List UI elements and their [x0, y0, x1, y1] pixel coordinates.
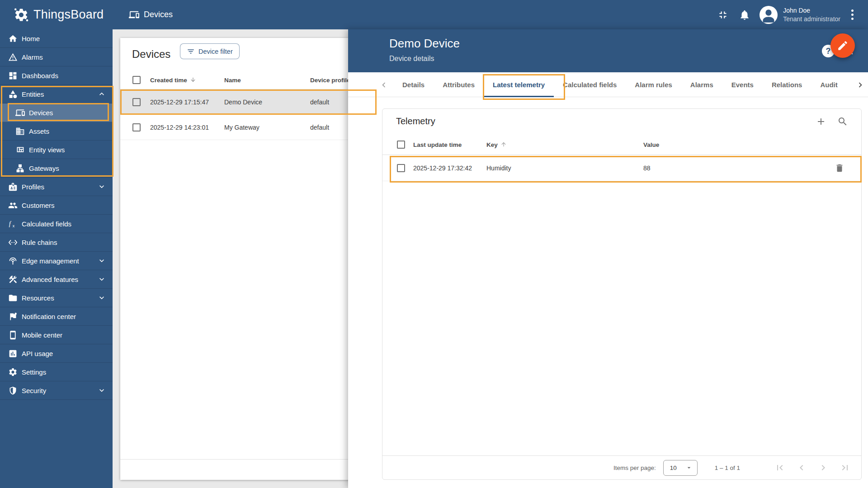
tabs-scroll-left-icon[interactable] — [379, 80, 389, 90]
chevron-down-icon — [97, 293, 106, 302]
tab-alarm-rules[interactable]: Alarm rules — [626, 72, 681, 97]
sidebar-item-calculated-fields[interactable]: fx Calculated fields — [0, 215, 113, 233]
sidebar-item-settings[interactable]: Settings — [0, 363, 113, 381]
device-row-demo-device[interactable]: 2025-12-29 17:15:47 Demo Device default — [120, 89, 382, 115]
devices-table-card: Devices Device filter Created time Name … — [120, 38, 382, 480]
antenna-icon — [8, 256, 18, 266]
tools-icon — [8, 275, 18, 284]
tabs-scroll-right-icon[interactable] — [855, 80, 865, 90]
items-per-page-label: Items per page: — [613, 465, 656, 471]
sidebar-item-edge-management[interactable]: Edge management — [0, 252, 113, 270]
sort-desc-icon — [190, 76, 196, 83]
prev-page-icon[interactable] — [796, 462, 807, 473]
sidebar-item-entity-views[interactable]: Entity views — [0, 141, 113, 159]
sidebar-item-assets[interactable]: Assets — [0, 122, 113, 141]
topbar-actions: John Doe Tenant administrator — [717, 0, 868, 29]
folder-icon — [8, 293, 18, 303]
svg-text:x: x — [13, 223, 15, 228]
people-icon — [8, 201, 18, 210]
brand-name: ThingsBoard — [33, 8, 104, 22]
first-page-icon[interactable] — [774, 462, 785, 473]
sidebar-item-api-usage[interactable]: API usage — [0, 344, 113, 363]
row-checkbox[interactable] — [132, 98, 141, 106]
user-name: John Doe — [783, 6, 840, 15]
warning-icon — [8, 52, 18, 62]
dashboard-icon — [8, 71, 18, 80]
sidebar-item-notification-center[interactable]: Notification center — [0, 307, 113, 326]
column-key[interactable]: Key — [486, 141, 507, 148]
column-device-profile[interactable]: Device profile — [310, 76, 350, 83]
devices-table-header: Created time Name Device profile — [120, 70, 382, 89]
devices-card-footer-divider — [120, 459, 382, 460]
page-title-label: Devices — [144, 10, 173, 19]
chevron-down-icon — [97, 256, 106, 265]
column-name[interactable]: Name — [224, 76, 241, 83]
tab-audit[interactable]: Audit — [811, 72, 846, 97]
sidebar-item-advanced-features[interactable]: Advanced features — [0, 270, 113, 289]
tab-latest-telemetry[interactable]: Latest telemetry — [484, 72, 554, 97]
sidebar-item-entities[interactable]: Entities — [0, 85, 113, 103]
page-range-label: 1 – 1 of 1 — [715, 465, 740, 471]
tab-events[interactable]: Events — [722, 72, 763, 97]
more-menu-icon[interactable] — [851, 9, 854, 20]
shield-icon — [8, 386, 18, 395]
bar-chart-icon — [8, 349, 18, 358]
select-all-checkbox[interactable] — [132, 76, 141, 84]
devices-card-title: Devices — [132, 48, 170, 61]
tab-relations[interactable]: Relations — [763, 72, 811, 97]
sidebar-item-dashboards[interactable]: Dashboards — [0, 66, 113, 85]
chevron-down-icon — [97, 386, 106, 395]
row-checkbox[interactable] — [132, 123, 141, 131]
tab-details[interactable]: Details — [393, 72, 434, 97]
device-row-my-gateway[interactable]: 2025-12-29 14:23:01 My Gateway default — [120, 115, 382, 140]
edit-fab-button[interactable] — [830, 33, 855, 58]
column-last-update-time[interactable]: Last update time — [413, 141, 462, 148]
tab-attributes[interactable]: Attributes — [434, 72, 484, 97]
sidebar-item-resources[interactable]: Resources — [0, 289, 113, 307]
building-icon — [15, 127, 25, 136]
sidebar-item-devices[interactable]: Devices — [0, 103, 113, 122]
sidebar-item-security[interactable]: Security — [0, 381, 113, 400]
page-size-select[interactable]: 10 — [663, 460, 698, 476]
function-icon: fx — [8, 219, 18, 229]
sidebar-item-alarms[interactable]: Alarms — [0, 48, 113, 66]
select-all-checkbox[interactable] — [397, 141, 405, 149]
sort-asc-icon — [500, 141, 507, 147]
details-title: Demo Device — [389, 37, 460, 51]
sidebar-nav: Home Alarms Dashboards Entities Devices … — [0, 29, 113, 488]
sidebar-item-home[interactable]: Home — [0, 29, 113, 48]
badge-icon — [8, 182, 18, 192]
devices-page-icon — [129, 9, 139, 20]
smartphone-icon — [8, 330, 18, 340]
delete-trash-icon[interactable] — [835, 163, 844, 173]
notifications-bell-icon[interactable] — [739, 9, 750, 21]
column-created-time[interactable]: Created time — [150, 76, 196, 83]
filter-icon — [187, 47, 195, 56]
view-quilt-icon — [15, 145, 25, 155]
devices-icon — [15, 108, 25, 117]
device-filter-button[interactable]: Device filter — [180, 43, 240, 59]
last-page-icon[interactable] — [840, 462, 850, 473]
row-checkbox[interactable] — [397, 164, 405, 172]
details-tab-bar: Details Attributes Latest telemetry Calc… — [348, 72, 868, 97]
sidebar-item-customers[interactable]: Customers — [0, 196, 113, 215]
tab-alarms[interactable]: Alarms — [681, 72, 722, 97]
sidebar-item-rule-chains[interactable]: Rule chains — [0, 233, 113, 252]
chevron-down-icon — [97, 182, 106, 191]
next-page-icon[interactable] — [818, 462, 829, 473]
sidebar-item-gateways[interactable]: Gateways — [0, 159, 113, 178]
details-tabs: Details Attributes Latest telemetry Calc… — [393, 72, 847, 97]
tab-calculated-fields[interactable]: Calculated fields — [554, 72, 626, 97]
gear-icon — [8, 367, 18, 377]
sidebar-item-mobile-center[interactable]: Mobile center — [0, 326, 113, 344]
user-info[interactable]: John Doe Tenant administrator — [783, 6, 840, 23]
search-icon[interactable] — [837, 116, 848, 127]
page-title: Devices — [129, 0, 173, 29]
telemetry-row-humidity[interactable]: 2025-12-29 17:32:42 Humidity 88 — [382, 155, 861, 181]
user-avatar[interactable] — [760, 6, 778, 24]
fullscreen-exit-icon[interactable] — [717, 9, 729, 21]
entities-category-icon — [8, 89, 18, 99]
column-value[interactable]: Value — [643, 141, 659, 148]
add-telemetry-icon[interactable] — [816, 116, 826, 127]
sidebar-item-profiles[interactable]: Profiles — [0, 178, 113, 196]
